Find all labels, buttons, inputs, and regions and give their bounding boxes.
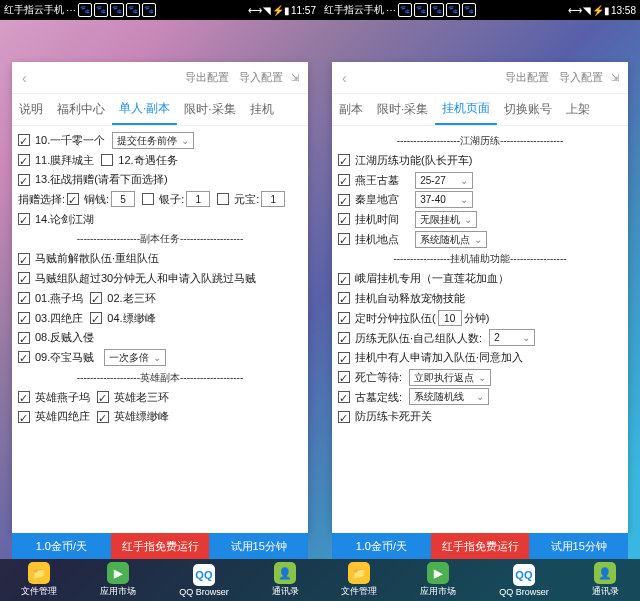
checkbox[interactable] <box>338 194 350 206</box>
export-button[interactable]: 导出配置 <box>180 70 234 85</box>
checkbox[interactable] <box>217 193 229 205</box>
trial-button[interactable]: 试用15分钟 <box>529 533 628 559</box>
checkbox[interactable] <box>18 332 30 344</box>
select[interactable]: 无限挂机 <box>415 211 477 228</box>
tab-hang[interactable]: 挂机 <box>243 94 281 125</box>
checkbox[interactable] <box>18 272 30 284</box>
checkbox[interactable] <box>90 312 102 324</box>
folder-icon: 📁 <box>348 562 370 584</box>
checkbox[interactable] <box>18 213 30 225</box>
dock-browser[interactable]: QQQQ Browser <box>179 564 229 597</box>
tab-welfare[interactable]: 福利中心 <box>50 94 112 125</box>
bottom-bar: 1.0金币/天 红手指免费运行 试用15分钟 <box>12 533 308 559</box>
checkbox[interactable] <box>338 391 350 403</box>
tab-desc[interactable]: 说明 <box>12 94 50 125</box>
checkbox[interactable] <box>67 193 79 205</box>
dock-contacts[interactable]: 👤通讯录 <box>592 562 619 598</box>
checkbox[interactable] <box>338 352 350 364</box>
checkbox[interactable] <box>338 213 350 225</box>
checkbox[interactable] <box>338 233 350 245</box>
checkbox[interactable] <box>101 154 113 166</box>
checkbox[interactable] <box>18 174 30 186</box>
price-button[interactable]: 1.0金币/天 <box>12 533 111 559</box>
back-icon[interactable]: ‹ <box>338 70 351 86</box>
dock-contacts[interactable]: 👤通讯录 <box>272 562 299 598</box>
dock-market[interactable]: ▶应用市场 <box>420 562 456 598</box>
checkbox[interactable] <box>18 391 30 403</box>
qq-icon: QQ <box>193 564 215 586</box>
checkbox[interactable] <box>338 332 350 344</box>
checkbox[interactable] <box>142 193 154 205</box>
tab-hang-page[interactable]: 挂机页面 <box>435 94 497 125</box>
tab-timed[interactable]: 限时·采集 <box>370 94 435 125</box>
dock-files[interactable]: 📁文件管理 <box>21 562 57 598</box>
back-icon[interactable]: ‹ <box>18 70 31 86</box>
dock: 📁文件管理 ▶应用市场 QQQQ Browser 👤通讯录 <box>320 559 640 601</box>
phone-left: 红手指云手机⋯🐾🐾🐾🐾🐾 ⟷◥⚡▮11:57 ‹ 导出配置 导入配置 ⇲ 说明 … <box>0 0 320 601</box>
donation-label: 捐赠选择: <box>18 190 65 209</box>
paw-icon: 🐾 <box>446 3 460 17</box>
tab-solo[interactable]: 单人·副本 <box>112 94 177 125</box>
select[interactable]: 系统随机点 <box>415 231 487 248</box>
paw-icon: 🐾 <box>110 3 124 17</box>
checkbox[interactable] <box>338 411 350 423</box>
select[interactable]: 2 <box>489 329 535 346</box>
import-button[interactable]: 导入配置 <box>234 70 288 85</box>
checkbox[interactable] <box>90 292 102 304</box>
tab-timed[interactable]: 限时·采集 <box>177 94 242 125</box>
checkbox[interactable] <box>97 411 109 423</box>
tab-bar: 说明 福利中心 单人·副本 限时·采集 挂机 <box>12 94 308 126</box>
checkbox[interactable] <box>338 371 350 383</box>
select[interactable]: 37-40 <box>415 191 473 208</box>
checkbox[interactable] <box>338 174 350 186</box>
tab-shelf[interactable]: 上架 <box>559 94 597 125</box>
collapse-icon[interactable]: ⇲ <box>608 72 622 83</box>
checkbox[interactable] <box>18 351 30 363</box>
checkbox[interactable] <box>18 292 30 304</box>
market-icon: ▶ <box>427 562 449 584</box>
free-run-button[interactable]: 红手指免费运行 <box>111 533 210 559</box>
battery-icon: ⚡▮ <box>272 5 290 16</box>
battery-icon: ⚡▮ <box>592 5 610 16</box>
status-bar: 红手指云手机⋯🐾🐾🐾🐾🐾 ⟷◥⚡▮11:57 <box>0 0 320 20</box>
checkbox[interactable] <box>18 253 30 265</box>
checkbox[interactable] <box>97 391 109 403</box>
select[interactable]: 系统随机线 <box>409 388 489 405</box>
opt-label: 马贼前解散队伍·重组队伍 <box>35 249 159 268</box>
tab-switch-account[interactable]: 切换账号 <box>497 94 559 125</box>
sync-icon: ⟷ <box>568 5 582 16</box>
price-button[interactable]: 1.0金币/天 <box>332 533 431 559</box>
free-run-button[interactable]: 红手指免费运行 <box>431 533 530 559</box>
paw-icon: 🐾 <box>126 3 140 17</box>
paw-icon: 🐾 <box>142 3 156 17</box>
trial-button[interactable]: 试用15分钟 <box>209 533 308 559</box>
checkbox[interactable] <box>18 154 30 166</box>
opt-label: 11.膜拜城主 <box>35 151 94 170</box>
gold-input[interactable]: 1 <box>261 191 285 207</box>
opt-label: 12.奇遇任务 <box>118 151 177 170</box>
dock-market[interactable]: ▶应用市场 <box>100 562 136 598</box>
dock-browser[interactable]: QQQQ Browser <box>499 564 549 597</box>
select[interactable]: 一次多倍 <box>104 349 166 366</box>
checkbox[interactable] <box>18 312 30 324</box>
dock-files[interactable]: 📁文件管理 <box>341 562 377 598</box>
select[interactable]: 25-27 <box>415 172 473 189</box>
select[interactable]: 提交任务前停 <box>112 132 194 149</box>
bronze-input[interactable]: 5 <box>111 191 135 207</box>
checkbox[interactable] <box>338 292 350 304</box>
status-time: 11:57 <box>291 5 316 16</box>
contacts-icon: 👤 <box>594 562 616 584</box>
checkbox[interactable] <box>18 411 30 423</box>
checkbox[interactable] <box>338 154 350 166</box>
checkbox[interactable] <box>338 273 350 285</box>
silver-input[interactable]: 1 <box>186 191 210 207</box>
import-button[interactable]: 导入配置 <box>554 70 608 85</box>
tab-dungeon[interactable]: 副本 <box>332 94 370 125</box>
checkbox[interactable] <box>18 134 30 146</box>
checkbox[interactable] <box>338 312 350 324</box>
phone-right: 红手指云手机⋯🐾🐾🐾🐾🐾 ⟷◥⚡▮13:58 ‹ 导出配置 导入配置 ⇲ 副本 … <box>320 0 640 601</box>
minutes-input[interactable]: 10 <box>438 310 462 326</box>
select[interactable]: 立即执行返点 <box>409 369 491 386</box>
export-button[interactable]: 导出配置 <box>500 70 554 85</box>
collapse-icon[interactable]: ⇲ <box>288 72 302 83</box>
